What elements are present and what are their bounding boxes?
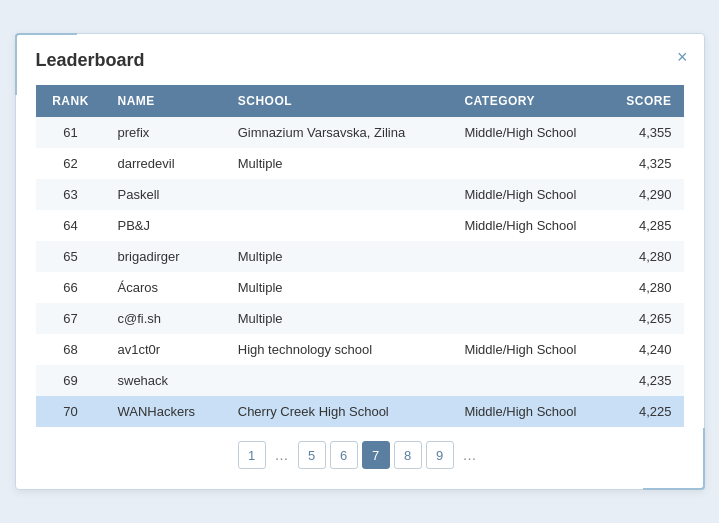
cell-name: prefix [106, 117, 226, 148]
table-row: 63 Paskell Middle/High School 4,290 [36, 179, 684, 210]
cell-name: Ácaros [106, 272, 226, 303]
cell-school [226, 179, 453, 210]
cell-category: Middle/High School [452, 117, 613, 148]
cell-name: darredevil [106, 148, 226, 179]
cell-category [452, 303, 613, 334]
table-header-row: RANK NAME SCHOOL CATEGORY SCORE [36, 85, 684, 117]
table-row: 69 swehack 4,235 [36, 365, 684, 396]
cell-category: Middle/High School [452, 396, 613, 427]
pagination-dots: … [270, 447, 294, 463]
cell-school: High technology school [226, 334, 453, 365]
cell-category: Middle/High School [452, 179, 613, 210]
table-row: 70 WANHackers Cherry Creek High School M… [36, 396, 684, 427]
cell-school: Gimnazium Varsavska, Zilina [226, 117, 453, 148]
table-row: 64 PB&J Middle/High School 4,285 [36, 210, 684, 241]
cell-rank: 67 [36, 303, 106, 334]
cell-score: 4,225 [614, 396, 684, 427]
table-row: 65 brigadirger Multiple 4,280 [36, 241, 684, 272]
col-rank: RANK [36, 85, 106, 117]
cell-school: Multiple [226, 272, 453, 303]
table-row: 68 av1ct0r High technology school Middle… [36, 334, 684, 365]
page-button-5[interactable]: 5 [298, 441, 326, 469]
cell-category: Middle/High School [452, 334, 613, 365]
leaderboard-table: RANK NAME SCHOOL CATEGORY SCORE 61 prefi… [36, 85, 684, 427]
cell-category [452, 365, 613, 396]
panel-title: Leaderboard [36, 50, 684, 71]
cell-rank: 61 [36, 117, 106, 148]
cell-name: PB&J [106, 210, 226, 241]
table-row: 66 Ácaros Multiple 4,280 [36, 272, 684, 303]
cell-rank: 70 [36, 396, 106, 427]
cell-rank: 66 [36, 272, 106, 303]
cell-school: Multiple [226, 303, 453, 334]
cell-name: c@fi.sh [106, 303, 226, 334]
close-button[interactable]: × [677, 48, 688, 66]
cell-score: 4,240 [614, 334, 684, 365]
page-button-7[interactable]: 7 [362, 441, 390, 469]
col-category: CATEGORY [452, 85, 613, 117]
col-name: NAME [106, 85, 226, 117]
cell-school [226, 365, 453, 396]
cell-name: swehack [106, 365, 226, 396]
table-row: 61 prefix Gimnazium Varsavska, Zilina Mi… [36, 117, 684, 148]
table-body: 61 prefix Gimnazium Varsavska, Zilina Mi… [36, 117, 684, 427]
page-button-1[interactable]: 1 [238, 441, 266, 469]
page-button-6[interactable]: 6 [330, 441, 358, 469]
cell-score: 4,280 [614, 272, 684, 303]
leaderboard-panel: Leaderboard × RANK NAME SCHOOL CATEGORY … [15, 33, 705, 490]
cell-school: Multiple [226, 148, 453, 179]
cell-score: 4,290 [614, 179, 684, 210]
cell-rank: 65 [36, 241, 106, 272]
cell-rank: 62 [36, 148, 106, 179]
cell-category: Middle/High School [452, 210, 613, 241]
cell-category [452, 241, 613, 272]
cell-school: Cherry Creek High School [226, 396, 453, 427]
cell-name: av1ct0r [106, 334, 226, 365]
cell-name: brigadirger [106, 241, 226, 272]
cell-score: 4,280 [614, 241, 684, 272]
cell-rank: 64 [36, 210, 106, 241]
cell-name: Paskell [106, 179, 226, 210]
page-button-8[interactable]: 8 [394, 441, 422, 469]
col-score: SCORE [614, 85, 684, 117]
cell-score: 4,265 [614, 303, 684, 334]
cell-name: WANHackers [106, 396, 226, 427]
cell-school: Multiple [226, 241, 453, 272]
cell-rank: 69 [36, 365, 106, 396]
table-row: 67 c@fi.sh Multiple 4,265 [36, 303, 684, 334]
table-row: 62 darredevil Multiple 4,325 [36, 148, 684, 179]
pagination: 1…56789… [36, 441, 684, 469]
cell-category [452, 272, 613, 303]
cell-score: 4,235 [614, 365, 684, 396]
cell-rank: 68 [36, 334, 106, 365]
page-button-9[interactable]: 9 [426, 441, 454, 469]
cell-category [452, 148, 613, 179]
cell-rank: 63 [36, 179, 106, 210]
cell-score: 4,285 [614, 210, 684, 241]
cell-score: 4,355 [614, 117, 684, 148]
pagination-dots: … [458, 447, 482, 463]
cell-school [226, 210, 453, 241]
cell-score: 4,325 [614, 148, 684, 179]
col-school: SCHOOL [226, 85, 453, 117]
